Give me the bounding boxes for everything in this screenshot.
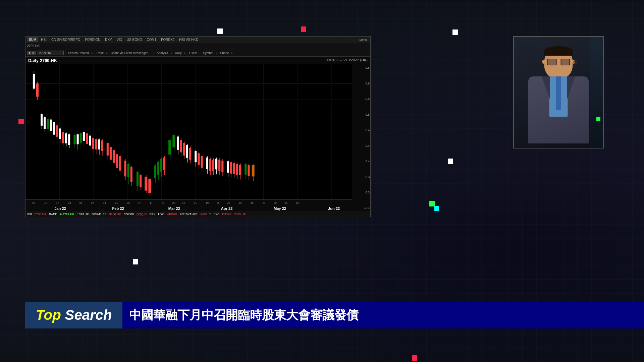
banner-search-text: Search: [61, 307, 112, 323]
svg-rect-49: [86, 133, 88, 144]
svg-text:10: 10: [238, 201, 242, 204]
tab-dxy[interactable]: DXY: [103, 37, 114, 42]
ticker-2799: ■ 2799.HK: [59, 213, 76, 216]
svg-rect-99: [180, 140, 182, 152]
person-head: [544, 47, 573, 79]
nav-back-btn[interactable]: ◀: [27, 51, 31, 55]
svg-rect-89: [160, 159, 162, 171]
svg-rect-51: [89, 136, 91, 145]
tab-us-bond[interactable]: US BOND: [125, 37, 144, 42]
price-label-9: 0.3: [353, 191, 370, 194]
indicator-dot-8: [429, 201, 435, 206]
tab-forex2[interactable]: FOREX2: [159, 37, 176, 42]
svg-text:03: 03: [32, 201, 36, 204]
toolbar-1year[interactable]: 1 Year: [187, 51, 199, 55]
svg-rect-97: [177, 137, 179, 149]
menu-button[interactable]: Menu: [357, 38, 369, 42]
indicator-dot-5: [448, 159, 453, 164]
svg-rect-63: [110, 147, 111, 160]
svg-rect-83: [149, 179, 151, 193]
svg-text:06: 06: [284, 201, 288, 204]
toolbar-sep-2: [154, 51, 154, 55]
banner-news: 中國華融下月中召開臨時股東大會審議發債: [122, 302, 644, 328]
person-tie: [556, 76, 561, 110]
toolbar-analysis[interactable]: Analysis: [155, 51, 169, 55]
svg-text:28: 28: [172, 201, 176, 204]
chart-header: Daily 2799.HK 1/3/2022 - 6/13/2022 (HK): [25, 57, 370, 64]
price-label-3: 0.5: [353, 97, 370, 101]
person-hair: [544, 46, 573, 56]
svg-rect-21: [41, 114, 43, 126]
ticker-hsi: HSI: [25, 213, 33, 216]
svg-rect-95: [173, 135, 175, 147]
svg-text:19: 19: [206, 201, 209, 204]
ticker-didkk: DIDKK: [221, 213, 233, 216]
headset-mic: [574, 61, 578, 64]
toolbar-symbol[interactable]: Symbol: [202, 51, 214, 55]
svg-rect-137: [248, 165, 250, 176]
svg-rect-45: [80, 133, 82, 142]
banner-label: Top Search: [25, 302, 122, 328]
indicator-dot-1: [217, 28, 223, 34]
svg-text:Jun 22: Jun 22: [328, 206, 340, 210]
chart-area[interactable]: 0.6 0.6 0.5 0.5 0.4 0.4 0.4 0.3 0.3 Auto…: [25, 64, 370, 211]
tab-cn-shibor[interactable]: CN SHIBOR/REPO: [49, 37, 83, 42]
toolbar-shape[interactable]: Shape: [219, 51, 230, 55]
banner-top-text: Top: [36, 307, 61, 323]
price-label-4: 0.5: [353, 113, 370, 116]
toolbar-daily[interactable]: Daily: [174, 51, 183, 55]
nav-fwd-btn[interactable]: ▶: [32, 51, 36, 55]
banner-news-content: 中國華融下月中召開臨時股東大會審議發債: [129, 307, 359, 323]
svg-rect-31: [56, 125, 58, 137]
chart-symbol: 2799.HK: [27, 44, 40, 48]
svg-rect-133: [239, 165, 241, 175]
ticker-hxc: HXC: [157, 213, 166, 216]
price-label-auto: Auto: [353, 206, 370, 209]
svg-rect-111: [201, 156, 203, 168]
ticker-jxc: JXC: [213, 213, 221, 216]
price-label-6: 0.4: [353, 144, 370, 147]
indicator-dot-2: [301, 26, 306, 32]
toolbar-search[interactable]: Search Related: [67, 51, 90, 55]
ticker-spx: SPX: [148, 213, 157, 216]
toolbar-sep-1: [65, 51, 65, 55]
svg-rect-27: [50, 120, 52, 131]
svg-text:04: 04: [182, 201, 185, 204]
toolbar-trade[interactable]: Trade: [95, 51, 105, 55]
webcam-green-indicator: [596, 117, 600, 121]
svg-text:21: 21: [161, 201, 165, 204]
svg-text:30: 30: [274, 201, 277, 204]
svg-rect-121: [219, 160, 220, 171]
suit-lapel-left: [533, 76, 550, 100]
webcam-bg-chart: [590, 37, 603, 148]
candlestick-chart: [25, 64, 352, 199]
ticker-csi300: CSI300: [122, 213, 135, 216]
price-label-7: 0.4: [353, 160, 370, 163]
chart-title: Daily 2799.HK: [28, 58, 57, 63]
tab-hsi[interactable]: HSI: [39, 37, 49, 42]
indicator-dot-4: [18, 119, 24, 124]
toolbar-share[interactable]: Share via Eikon Messenger ...: [109, 51, 152, 55]
svg-rect-79: [140, 175, 142, 187]
chart-symbol-bar: 2799.HK: [25, 43, 370, 49]
svg-rect-59: [101, 140, 103, 151]
tab-vix[interactable]: VIX: [115, 37, 124, 42]
ticker-bar: HSI 0700.HK BADE ■ 2799.HK 1093.HK 60094…: [25, 211, 370, 217]
svg-rect-53: [92, 138, 94, 149]
tab-foreign[interactable]: FOREIGN: [83, 37, 103, 42]
banner-top-search-text: Top Search: [36, 307, 112, 323]
suit-lapel-right: [567, 76, 584, 100]
person-body: [528, 76, 589, 143]
tab-sum[interactable]: SUM: [27, 37, 38, 42]
svg-rect-129: [233, 163, 235, 174]
svg-text:28: 28: [127, 201, 130, 204]
symbol-input[interactable]: 2799.HK: [37, 51, 64, 55]
tab-hsi-vs-hkd[interactable]: HSI VS HKD: [177, 37, 200, 42]
ticker-0700: 0700.HK: [33, 213, 48, 216]
svg-rect-125: [227, 162, 229, 173]
svg-rect-81: [145, 177, 147, 190]
svg-rect-75: [130, 167, 132, 182]
tab-com1[interactable]: COM1: [145, 37, 158, 42]
svg-text:24: 24: [68, 201, 71, 204]
indicator-dot-9: [434, 206, 439, 211]
